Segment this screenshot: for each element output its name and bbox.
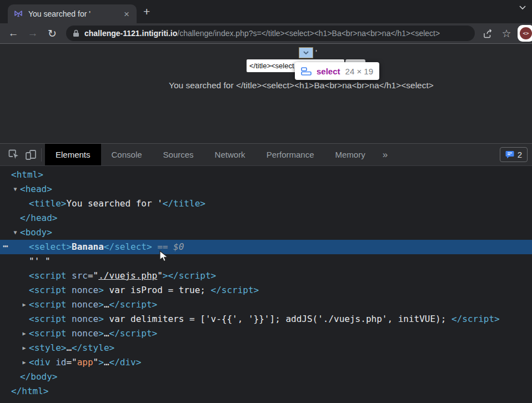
dom-node-segment-txtb: Banana	[72, 241, 104, 252]
dom-node-segment-tag: </html>	[11, 386, 48, 396]
dom-tree-row[interactable]: <html>	[0, 168, 532, 182]
dom-tree-row[interactable]: <script nonce> var isProd = true; </scri…	[0, 283, 532, 298]
collapse-arrow-icon[interactable]: ▼	[12, 225, 19, 240]
dom-node-segment-txt: …	[104, 357, 109, 367]
devtools-toolbar: Elements Console Sources Network Perform…	[0, 144, 532, 166]
expand-arrow-icon[interactable]: ▶	[21, 298, 28, 312]
dom-node-segment-tag: <body>	[20, 227, 52, 238]
dom-node-segment-tag: </script>	[451, 314, 500, 324]
forward-button: →	[25, 26, 41, 41]
dom-tree-row[interactable]: <script src="./vuejs.php"></script>	[0, 269, 532, 283]
dom-tree-row[interactable]: ▼<head>	[0, 182, 532, 197]
expand-arrow-icon[interactable]: ▶	[21, 355, 28, 370]
collapse-arrow-icon[interactable]: ▼	[12, 182, 19, 197]
dom-node-segment-tag: <title>	[29, 198, 66, 209]
dom-node-segment-tag: <script	[29, 285, 66, 295]
device-toolbar-icon	[24, 149, 37, 161]
inspect-cursor-icon	[8, 149, 20, 161]
dom-node-segment-tag: >	[98, 314, 104, 324]
select-chevron-icon	[303, 51, 309, 54]
dom-tree-row[interactable]: </head>	[0, 211, 532, 225]
stray-quote-text: '	[315, 48, 317, 57]
tab-performance[interactable]: Performance	[256, 144, 325, 165]
dom-node-segment-txt: …	[66, 342, 72, 353]
issues-count: 2	[518, 150, 522, 159]
toolbar-divider	[41, 148, 42, 162]
dom-node-segment-txt: …	[104, 299, 109, 310]
dom-node-segment-tag: <html>	[11, 169, 43, 180]
page-viewport: ' </title><select select 24 × 19 You sea…	[0, 44, 532, 143]
dom-node-segment-tag: <select>	[29, 241, 72, 252]
lock-icon	[73, 29, 79, 37]
back-button[interactable]: ←	[6, 26, 21, 41]
tab-memory[interactable]: Memory	[325, 144, 376, 165]
browser-tab[interactable]: You searched for ' ×	[8, 4, 137, 23]
dom-node-segment-link: ./vuejs.php	[98, 270, 157, 281]
dom-node-segment-tag: </script>	[109, 299, 158, 310]
dom-node-segment-tag: <script	[29, 314, 66, 324]
dom-node-segment-txt: You searched for '	[66, 198, 162, 209]
dom-node-segment-tag: >	[98, 285, 104, 295]
issues-button[interactable]: 2	[500, 147, 528, 162]
dom-node-segment-txt: "' "	[29, 256, 51, 266]
dom-tree-row[interactable]: </html>	[0, 384, 532, 399]
dom-tree-row-selected[interactable]: ⋯<select>Banana</select> == $0	[0, 240, 532, 254]
element-badge-icon	[301, 67, 312, 75]
inspect-tooltip: select 24 × 19	[295, 62, 379, 80]
dom-node-segment-dollar: $0	[173, 241, 184, 252]
dom-tree-row[interactable]: ▶<script nonce>…</script>	[0, 326, 532, 341]
expand-arrow-icon[interactable]: ▶	[21, 341, 28, 355]
inspect-element-button[interactable]	[6, 147, 22, 163]
dom-tree-row[interactable]: ▶<style>…</style>	[0, 341, 532, 355]
share-button[interactable]	[481, 26, 495, 41]
dom-tree-row[interactable]: </body>	[0, 370, 532, 384]
dom-tree-row[interactable]: <script nonce> var delimiters = ['v-{{',…	[0, 312, 532, 326]
dom-node-segment-tag: </title>	[163, 198, 205, 209]
dom-node-segment-tag: >	[98, 357, 104, 367]
tab-sources[interactable]: Sources	[153, 144, 204, 165]
row-menu-icon[interactable]: ⋯	[3, 239, 9, 254]
dom-node-segment-attr: id	[51, 357, 67, 367]
dom-node-segment-txt: ="	[88, 270, 98, 281]
new-tab-button[interactable]: +	[143, 6, 150, 17]
dom-node-segment-attr: nonce	[66, 299, 98, 310]
tab-network[interactable]: Network	[204, 144, 256, 165]
dom-node-segment-tag: <script	[29, 328, 66, 339]
tab-elements[interactable]: Elements	[45, 144, 101, 165]
dom-node-segment-tag: >	[98, 299, 104, 310]
window-chevron-down-icon[interactable]	[519, 5, 526, 10]
dom-node-segment-tag: <script	[29, 299, 66, 310]
tab-strip: You searched for ' × +	[0, 0, 532, 23]
dom-node-segment-attr: nonce	[66, 314, 98, 324]
tooltip-dimensions: 24 × 19	[345, 67, 373, 76]
more-tabs-button[interactable]: »	[376, 149, 394, 160]
address-bar[interactable]: challenge-1121.intigriti.io/challenge/in…	[66, 26, 475, 41]
highlighted-select-element[interactable]	[299, 47, 313, 58]
dom-node-segment-tag: <script	[29, 270, 66, 281]
url-text: challenge-1121.intigriti.io/challenge/in…	[84, 29, 440, 38]
url-path: /challenge/index.php?s=</title><select><…	[177, 29, 440, 38]
reload-button[interactable]: ↻	[44, 26, 60, 41]
expand-arrow-icon[interactable]: ▶	[21, 326, 28, 341]
star-icon: ☆	[501, 27, 511, 40]
dom-tree-row[interactable]: ▶<script nonce>…</script>	[0, 298, 532, 312]
tab-console[interactable]: Console	[101, 144, 153, 165]
dom-node-segment-txt: "	[157, 270, 163, 281]
dom-node-segment-txt: …	[104, 328, 109, 339]
extension-avatar[interactable]: <>	[518, 25, 532, 42]
url-domain: challenge-1121.intigriti.io	[84, 29, 177, 38]
dom-tree-row[interactable]: <title>You searched for '</title>	[0, 197, 532, 211]
devtools-panel: Elements Console Sources Network Perform…	[0, 143, 532, 403]
bookmark-star-button[interactable]: ☆	[499, 26, 514, 41]
dom-tree-row[interactable]: ▼<body>	[0, 225, 532, 240]
address-toolbar: ← → ↻ challenge-1121.intigriti.io/challe…	[0, 23, 532, 44]
dom-node-segment-txt: ="	[66, 357, 77, 367]
dom-node-segment-attr: nonce	[66, 328, 98, 339]
device-toolbar-button[interactable]	[22, 147, 39, 163]
dom-node-segment-tag: </script>	[109, 328, 158, 339]
tab-close-icon[interactable]: ×	[122, 9, 131, 19]
tooltip-tag-name: select	[317, 67, 340, 76]
dom-tree-row[interactable]: "' "	[0, 254, 532, 269]
dom-tree-row[interactable]: ▶<div id="app">…</div>	[0, 355, 532, 370]
dom-node-segment-attr: src	[66, 270, 88, 281]
